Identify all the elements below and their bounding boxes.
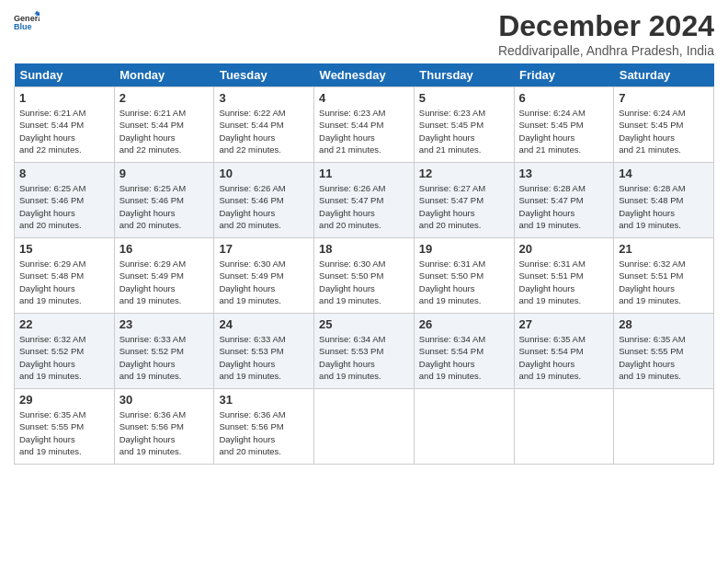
calendar-cell: 1Sunrise: 6:21 AMSunset: 5:44 PMDaylight… [15,87,115,163]
day-info: Sunrise: 6:31 AMSunset: 5:51 PMDaylight … [519,258,609,306]
day-number: 18 [319,242,409,256]
calendar-week-row: 1Sunrise: 6:21 AMSunset: 5:44 PMDaylight… [15,87,714,163]
day-number: 8 [19,167,109,180]
month-title: December 2024 [498,9,714,43]
calendar-cell: 21Sunrise: 6:32 AMSunset: 5:51 PMDayligh… [614,238,714,314]
day-info: Sunrise: 6:30 AMSunset: 5:50 PMDaylight … [319,258,409,306]
day-info: Sunrise: 6:34 AMSunset: 5:53 PMDaylight … [319,333,409,382]
day-number: 20 [519,242,609,256]
day-info: Sunrise: 6:23 AMSunset: 5:45 PMDaylight … [419,107,509,155]
day-info: Sunrise: 6:33 AMSunset: 5:53 PMDaylight … [219,333,309,382]
logo-icon: General Blue [14,9,40,35]
day-number: 26 [419,317,509,331]
day-info: Sunrise: 6:30 AMSunset: 5:49 PMDaylight … [219,258,309,306]
day-number: 16 [119,242,210,256]
day-info: Sunrise: 6:31 AMSunset: 5:50 PMDaylight … [419,258,509,306]
location: Reddivaripalle, Andhra Pradesh, India [498,43,714,58]
day-number: 15 [19,242,109,256]
day-number: 19 [419,242,509,256]
calendar-cell: 22Sunrise: 6:32 AMSunset: 5:52 PMDayligh… [15,314,115,389]
calendar-cell: 27Sunrise: 6:35 AMSunset: 5:54 PMDayligh… [514,314,614,389]
day-number: 4 [319,91,409,105]
calendar-cell: 28Sunrise: 6:35 AMSunset: 5:55 PMDayligh… [614,314,714,389]
day-number: 31 [219,393,309,407]
day-number: 10 [219,167,309,180]
calendar-cell: 25Sunrise: 6:34 AMSunset: 5:53 PMDayligh… [314,314,415,389]
day-info: Sunrise: 6:35 AMSunset: 5:55 PMDaylight … [19,408,109,457]
day-number: 5 [419,91,509,105]
day-info: Sunrise: 6:26 AMSunset: 5:46 PMDaylight … [219,182,309,231]
header-saturday: Saturday [614,63,714,87]
day-number: 17 [219,242,309,256]
header-friday: Friday [514,63,614,87]
calendar-cell: 31Sunrise: 6:36 AMSunset: 5:56 PMDayligh… [214,389,314,465]
weekday-header-row: Sunday Monday Tuesday Wednesday Thursday… [15,63,714,87]
calendar-cell: 14Sunrise: 6:28 AMSunset: 5:48 PMDayligh… [614,163,714,238]
day-info: Sunrise: 6:21 AMSunset: 5:44 PMDaylight … [119,107,210,155]
calendar-week-row: 15Sunrise: 6:29 AMSunset: 5:48 PMDayligh… [15,238,714,314]
day-info: Sunrise: 6:32 AMSunset: 5:52 PMDaylight … [19,333,109,382]
day-info: Sunrise: 6:28 AMSunset: 5:48 PMDaylight … [619,182,709,231]
day-info: Sunrise: 6:26 AMSunset: 5:47 PMDaylight … [319,182,409,231]
calendar-cell: 18Sunrise: 6:30 AMSunset: 5:50 PMDayligh… [314,238,415,314]
day-info: Sunrise: 6:27 AMSunset: 5:47 PMDaylight … [419,182,509,231]
calendar-cell: 3Sunrise: 6:22 AMSunset: 5:44 PMDaylight… [214,87,314,163]
header-tuesday: Tuesday [214,63,314,87]
calendar-cell [414,389,514,465]
day-info: Sunrise: 6:29 AMSunset: 5:49 PMDaylight … [119,258,210,306]
day-number: 11 [319,167,409,180]
day-number: 23 [119,317,210,331]
day-number: 9 [119,167,210,180]
calendar-cell: 15Sunrise: 6:29 AMSunset: 5:48 PMDayligh… [15,238,115,314]
calendar-cell: 6Sunrise: 6:24 AMSunset: 5:45 PMDaylight… [514,87,614,163]
header-wednesday: Wednesday [314,63,415,87]
calendar-cell: 4Sunrise: 6:23 AMSunset: 5:44 PMDaylight… [314,87,415,163]
calendar-cell [314,389,415,465]
calendar-cell: 5Sunrise: 6:23 AMSunset: 5:45 PMDaylight… [414,87,514,163]
calendar-cell: 11Sunrise: 6:26 AMSunset: 5:47 PMDayligh… [314,163,415,238]
calendar-table: Sunday Monday Tuesday Wednesday Thursday… [14,63,714,465]
day-info: Sunrise: 6:22 AMSunset: 5:44 PMDaylight … [219,107,309,155]
day-number: 30 [119,393,210,407]
calendar-cell: 8Sunrise: 6:25 AMSunset: 5:46 PMDaylight… [15,163,115,238]
day-number: 6 [519,91,609,105]
day-number: 7 [619,91,709,105]
calendar-cell: 9Sunrise: 6:25 AMSunset: 5:46 PMDaylight… [114,163,214,238]
calendar-week-row: 8Sunrise: 6:25 AMSunset: 5:46 PMDaylight… [15,163,714,238]
day-number: 2 [119,91,210,105]
day-info: Sunrise: 6:24 AMSunset: 5:45 PMDaylight … [619,107,709,155]
day-number: 29 [19,393,109,407]
calendar-cell: 2Sunrise: 6:21 AMSunset: 5:44 PMDaylight… [114,87,214,163]
day-info: Sunrise: 6:36 AMSunset: 5:56 PMDaylight … [119,408,210,457]
title-block: December 2024 Reddivaripalle, Andhra Pra… [498,9,714,58]
day-info: Sunrise: 6:24 AMSunset: 5:45 PMDaylight … [519,107,609,155]
calendar-cell: 16Sunrise: 6:29 AMSunset: 5:49 PMDayligh… [114,238,214,314]
day-number: 27 [519,317,609,331]
calendar-cell: 10Sunrise: 6:26 AMSunset: 5:46 PMDayligh… [214,163,314,238]
day-number: 22 [19,317,109,331]
day-number: 25 [319,317,409,331]
day-number: 14 [619,167,709,180]
header: General Blue December 2024 Reddivaripall… [14,9,714,58]
day-info: Sunrise: 6:21 AMSunset: 5:44 PMDaylight … [19,107,109,155]
svg-text:General: General [14,14,40,23]
calendar-cell [514,389,614,465]
calendar-cell [614,389,714,465]
day-number: 12 [419,167,509,180]
calendar-cell: 20Sunrise: 6:31 AMSunset: 5:51 PMDayligh… [514,238,614,314]
day-info: Sunrise: 6:28 AMSunset: 5:47 PMDaylight … [519,182,609,231]
header-sunday: Sunday [15,63,115,87]
calendar-cell: 24Sunrise: 6:33 AMSunset: 5:53 PMDayligh… [214,314,314,389]
calendar-cell: 12Sunrise: 6:27 AMSunset: 5:47 PMDayligh… [414,163,514,238]
day-number: 24 [219,317,309,331]
day-info: Sunrise: 6:34 AMSunset: 5:54 PMDaylight … [419,333,509,382]
svg-text:Blue: Blue [14,22,32,31]
calendar-week-row: 22Sunrise: 6:32 AMSunset: 5:52 PMDayligh… [15,314,714,389]
calendar-week-row: 29Sunrise: 6:35 AMSunset: 5:55 PMDayligh… [15,389,714,465]
day-info: Sunrise: 6:23 AMSunset: 5:44 PMDaylight … [319,107,409,155]
day-number: 1 [19,91,109,105]
logo: General Blue [14,9,42,35]
header-thursday: Thursday [414,63,514,87]
calendar-cell: 7Sunrise: 6:24 AMSunset: 5:45 PMDaylight… [614,87,714,163]
day-number: 28 [619,317,709,331]
